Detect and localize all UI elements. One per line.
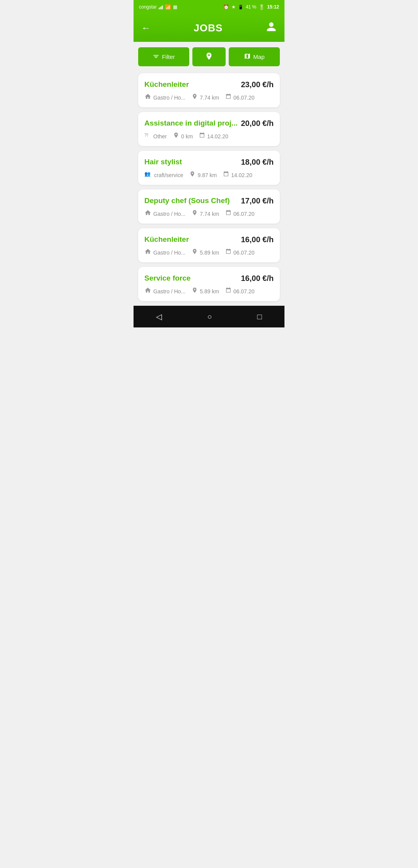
job-date: 06.07.20 — [225, 248, 255, 257]
job-card[interactable]: Service force 16,00 €/h Gastro / Ho... 5… — [138, 267, 280, 301]
status-bar: congstar 📶 ▦ ⏰ ★ 📱 41 % 🔋 15:12 — [134, 0, 284, 14]
map-button[interactable]: Map — [229, 47, 280, 66]
date-icon — [225, 248, 231, 257]
date-icon — [199, 132, 205, 140]
job-rate: 20,00 €/h — [241, 119, 274, 128]
distance-icon — [192, 93, 198, 102]
job-date: 06.07.20 — [225, 93, 255, 102]
category-icon — [144, 209, 151, 218]
distance-label: 7.74 km — [200, 95, 219, 101]
distance-icon — [192, 287, 198, 295]
signal-icon — [159, 5, 163, 9]
location-button[interactable] — [192, 47, 226, 66]
toolbar: Filter Map — [134, 42, 284, 72]
job-date: 06.07.20 — [225, 287, 255, 295]
status-left: congstar 📶 ▦ — [139, 4, 177, 10]
job-date: 14.02.20 — [199, 132, 228, 140]
date-icon — [225, 210, 231, 218]
job-category: Gastro / Ho... — [144, 209, 185, 218]
category-icon — [144, 287, 151, 296]
job-category: 👥 craft/service — [144, 170, 183, 179]
job-category: Gastro / Ho... — [144, 287, 185, 296]
bluetooth-icon: ★ — [231, 4, 236, 10]
carrier-label: congstar — [139, 4, 157, 10]
category-label: craft/service — [154, 172, 183, 178]
distance-icon — [192, 210, 198, 218]
category-icon: ?! — [144, 132, 151, 141]
battery-icon: 🔋 — [259, 4, 265, 10]
alarm-icon: ⏰ — [223, 4, 229, 10]
category-label: Other — [153, 133, 167, 140]
category-label: Gastro / Ho... — [153, 250, 185, 256]
distance-label: 0 km — [181, 133, 193, 140]
job-title: Hair stylist — [144, 158, 241, 166]
job-distance: 5.89 km — [192, 248, 219, 257]
distance-label: 9.87 km — [197, 172, 217, 178]
job-distance: 5.89 km — [192, 287, 219, 295]
job-distance: 7.74 km — [192, 93, 219, 102]
nav-back-button[interactable]: ◁ — [148, 309, 170, 324]
distance-icon — [192, 248, 198, 257]
job-card[interactable]: Hair stylist 18,00 €/h 👥 craft/service 9… — [138, 151, 280, 185]
map-label: Map — [253, 53, 264, 60]
job-card[interactable]: Deputy chef (Sous Chef) 17,00 €/h Gastro… — [138, 189, 280, 224]
map-icon — [244, 53, 251, 61]
distance-icon — [173, 132, 179, 140]
job-rate: 23,00 €/h — [241, 80, 274, 89]
location-icon — [205, 52, 213, 62]
job-title: Deputy chef (Sous Chef) — [144, 196, 241, 205]
category-icon: 👥 — [144, 170, 152, 179]
distance-label: 5.89 km — [200, 288, 219, 294]
job-title: Küchenleiter — [144, 235, 241, 244]
category-icon — [144, 248, 151, 257]
date-label: 06.07.20 — [233, 95, 255, 101]
status-right: ⏰ ★ 📱 41 % 🔋 15:12 — [223, 4, 279, 10]
job-meta: Gastro / Ho... 7.74 km 06.07.20 — [144, 93, 274, 102]
time-label: 15:12 — [267, 4, 279, 10]
nav-home-button[interactable]: ○ — [199, 309, 219, 324]
category-icon — [144, 93, 151, 102]
filter-button[interactable]: Filter — [138, 47, 189, 66]
job-meta: Gastro / Ho... 5.89 km 06.07.20 — [144, 287, 274, 296]
date-label: 14.02.20 — [231, 172, 252, 178]
svg-text:?!: ?! — [144, 133, 148, 138]
job-category: ?! Other — [144, 132, 167, 141]
nav-recent-button[interactable]: □ — [249, 309, 269, 324]
job-category: Gastro / Ho... — [144, 248, 185, 257]
date-icon — [223, 171, 229, 179]
distance-icon — [189, 171, 195, 179]
wifi-icon: 📶 — [165, 4, 171, 10]
job-card[interactable]: Assistance in digital proj... 20,00 €/h … — [138, 112, 280, 146]
job-rate: 16,00 €/h — [241, 235, 274, 244]
date-label: 06.07.20 — [233, 211, 255, 217]
nav-bar: ◁ ○ □ — [134, 306, 284, 327]
jobs-list: Küchenleiter 23,00 €/h Gastro / Ho... 7.… — [134, 72, 284, 306]
job-meta: 👥 craft/service 9.87 km — [144, 170, 274, 179]
date-icon — [225, 287, 231, 295]
job-distance: 7.74 km — [192, 210, 219, 218]
job-card[interactable]: Küchenleiter 23,00 €/h Gastro / Ho... 7.… — [138, 73, 280, 107]
job-distance: 9.87 km — [189, 171, 217, 179]
job-category: Gastro / Ho... — [144, 93, 185, 102]
job-rate: 18,00 €/h — [241, 158, 274, 167]
page-title: JOBS — [194, 22, 223, 34]
job-rate: 16,00 €/h — [241, 274, 274, 283]
distance-label: 7.74 km — [200, 211, 219, 217]
battery-label: 41 % — [246, 4, 256, 10]
category-label: Gastro / Ho... — [153, 95, 185, 101]
job-title: Küchenleiter — [144, 80, 241, 89]
job-distance: 0 km — [173, 132, 193, 140]
back-button[interactable]: ← — [141, 22, 151, 33]
distance-label: 5.89 km — [200, 250, 219, 256]
category-label: Gastro / Ho... — [153, 211, 185, 217]
job-meta: ?! Other 0 km 14.02.20 — [144, 132, 274, 141]
category-label: Gastro / Ho... — [153, 288, 185, 294]
date-icon — [225, 93, 231, 102]
job-card[interactable]: Küchenleiter 16,00 €/h Gastro / Ho... 5.… — [138, 228, 280, 262]
filter-icon — [152, 53, 159, 61]
job-date: 06.07.20 — [225, 210, 255, 218]
date-label: 14.02.20 — [207, 133, 228, 140]
date-label: 06.07.20 — [233, 288, 255, 294]
profile-icon[interactable] — [266, 21, 277, 34]
job-meta: Gastro / Ho... 7.74 km 06.07.20 — [144, 209, 274, 218]
